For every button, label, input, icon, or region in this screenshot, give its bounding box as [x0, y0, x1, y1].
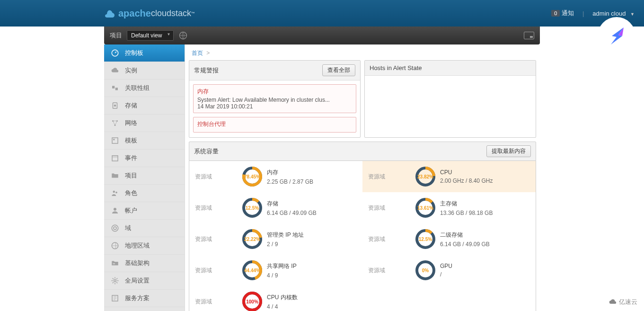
- folder-icon: [111, 171, 119, 180]
- capacity-cell[interactable]: 资源域 23.82% CPU 2.00 GHz / 8.40 GHz: [362, 161, 536, 192]
- capacity-value: 2.00 GHz / 8.40 GHz: [440, 178, 493, 184]
- sidebar-item-network[interactable]: 网络: [104, 115, 185, 132]
- user-menu[interactable]: admin cloud ▼: [592, 10, 635, 17]
- donut-chart: 100%: [241, 291, 263, 311]
- alert-title: 内存: [197, 88, 352, 96]
- capacity-cell[interactable]: 资源域 22.22% 管理类 IP 地址 2 / 9: [189, 223, 362, 255]
- capacity-cell[interactable]: 资源域 0% GPU /: [362, 255, 536, 286]
- donut-pct: 13.61%: [415, 197, 436, 219]
- capacity-name: 存储: [267, 200, 317, 208]
- sidebar-item-group[interactable]: 关联性组: [104, 80, 185, 97]
- sidebar-item-cloud[interactable]: 实例: [104, 62, 185, 80]
- breadcrumb-sep: >: [206, 50, 210, 56]
- donut-pct: 23.82%: [415, 166, 436, 187]
- calendar-icon: [111, 154, 119, 162]
- project-select[interactable]: Default view: [127, 30, 174, 41]
- capacity-cell[interactable]: 资源域 44.44% 共享网络 IP 4 / 9: [189, 255, 362, 286]
- target-icon: [111, 224, 119, 232]
- capacity-name: 主存储: [440, 200, 493, 208]
- donut-chart: 23.82%: [415, 166, 436, 187]
- notification-button[interactable]: 0 通知: [551, 9, 574, 18]
- refresh-globe-icon[interactable]: [178, 31, 188, 40]
- sidebar-item-dashboard[interactable]: 控制板: [104, 44, 185, 62]
- alert-list[interactable]: 内存System Alert: Low Available Memory in …: [189, 80, 360, 137]
- svg-rect-2: [112, 86, 115, 89]
- project-bar: 项目 Default view: [104, 27, 540, 44]
- cloud-feather-icon: [104, 8, 115, 19]
- svg-point-16: [114, 227, 116, 230]
- alert-time: 14 Mar 2019 10:00:21: [197, 103, 352, 110]
- dashboard-icon: [111, 49, 119, 57]
- sidebar-item-label: 全局设置: [125, 276, 150, 285]
- brand-main: apache: [118, 8, 151, 19]
- svg-point-14: [114, 208, 116, 211]
- capacity-value: 4 / 4: [267, 303, 298, 310]
- cloud-icon: [111, 66, 119, 75]
- sidebar-item-user[interactable]: 帐户: [104, 202, 185, 220]
- content-area: 控制板实例关联性组存储网络模板事件项目角色帐户域地理区域基础架构全局设置服务方案…: [104, 44, 540, 311]
- main-panel: 首页 > 常规警报 查看全部 内存System Alert: Low Avail…: [185, 44, 540, 311]
- card-icon[interactable]: [524, 32, 534, 39]
- svg-rect-18: [113, 263, 115, 264]
- hosts-title: Hosts in Alert State: [370, 64, 422, 71]
- alert-item[interactable]: 内存System Alert: Low Available Memory in …: [193, 84, 356, 113]
- divider: |: [582, 10, 584, 17]
- view-all-button[interactable]: 查看全部: [322, 64, 355, 76]
- sidebar-item-calendar[interactable]: 事件: [104, 150, 185, 167]
- donut-chart: 13.61%: [415, 197, 436, 219]
- sidebar-item-folder[interactable]: 项目: [104, 167, 185, 185]
- capacity-cell[interactable]: 资源域 100% CPU 内核数 4 / 4: [189, 286, 362, 311]
- capacity-cell[interactable]: 资源域 13.61% 主存储 13.36 GB / 98.18 GB: [362, 192, 536, 223]
- svg-point-15: [112, 225, 118, 231]
- sidebar-item-globe[interactable]: 地理区域: [104, 237, 185, 255]
- donut-chart: 12.5%: [241, 197, 263, 219]
- svg-point-19: [114, 280, 116, 282]
- donut-pct: 100%: [241, 291, 263, 311]
- sidebar-item-label: 项目: [125, 171, 137, 180]
- svg-rect-11: [112, 156, 118, 161]
- globe-icon: [111, 241, 119, 250]
- capacity-value: 6.14 GB / 49.09 GB: [267, 210, 317, 216]
- alert-title: 控制台代理: [197, 120, 352, 128]
- capacity-name: CPU 内核数: [267, 293, 298, 302]
- notification-label: 通知: [562, 9, 574, 17]
- sidebar-item-label: 角色: [125, 189, 137, 197]
- svg-rect-9: [112, 138, 118, 143]
- sidebar-item-disk[interactable]: 存储: [104, 97, 185, 115]
- fetch-latest-button[interactable]: 提取最新内容: [486, 145, 531, 157]
- zone-label: 资源域: [195, 235, 238, 243]
- project-label: 项目: [110, 31, 122, 40]
- header-right: 0 通知 | admin cloud ▼: [551, 9, 635, 18]
- sidebar-item-label: 事件: [125, 154, 137, 162]
- brand-sub: cloudstack: [151, 9, 191, 18]
- gear-icon: [111, 276, 119, 285]
- breadcrumb: 首页 >: [185, 44, 540, 60]
- svg-point-13: [115, 192, 117, 194]
- zone-label: 资源域: [195, 298, 238, 306]
- capacity-name: 内存: [267, 169, 313, 177]
- capacity-title: 系统容量: [194, 147, 219, 156]
- alert-item[interactable]: 控制台代理: [193, 117, 356, 133]
- capacity-cell[interactable]: 资源域 78.45% 内存 2.25 GB / 2.87 GB: [189, 161, 362, 192]
- donut-pct: 78.45%: [241, 166, 263, 187]
- sidebar-item-label: 网络: [125, 119, 137, 127]
- breadcrumb-home[interactable]: 首页: [192, 50, 203, 56]
- zone-label: 资源域: [368, 235, 411, 243]
- sidebar-item-gear[interactable]: 全局设置: [104, 272, 185, 290]
- brand-logo: apachecloudstack™: [104, 8, 195, 19]
- sidebar-item-users[interactable]: 角色: [104, 185, 185, 202]
- capacity-name: CPU: [440, 169, 493, 176]
- donut-chart: 12.5%: [415, 228, 436, 250]
- svg-rect-3: [115, 88, 118, 90]
- sidebar-item-template[interactable]: 模板: [104, 132, 185, 150]
- capacity-section: 系统容量 提取最新内容 资源域 78.45% 内存 2.25 GB / 2.87…: [185, 138, 540, 311]
- sidebar-item-target[interactable]: 域: [104, 220, 185, 237]
- donut-pct: 12.5%: [415, 228, 436, 250]
- sidebar-item-offering[interactable]: 服务方案: [104, 290, 185, 307]
- capacity-cell[interactable]: 资源域 12.5% 存储 6.14 GB / 49.09 GB: [189, 192, 362, 223]
- capacity-cell[interactable]: 资源域 12.5% 二级存储 6.14 GB / 49.09 GB: [362, 223, 536, 255]
- capacity-value: 4 / 9: [267, 272, 297, 279]
- top-header: apachecloudstack™ 0 通知 | admin cloud ▼: [0, 0, 644, 27]
- sidebar-item-server[interactable]: 基础架构: [104, 255, 185, 272]
- sidebar-item-label: 基础架构: [125, 259, 150, 267]
